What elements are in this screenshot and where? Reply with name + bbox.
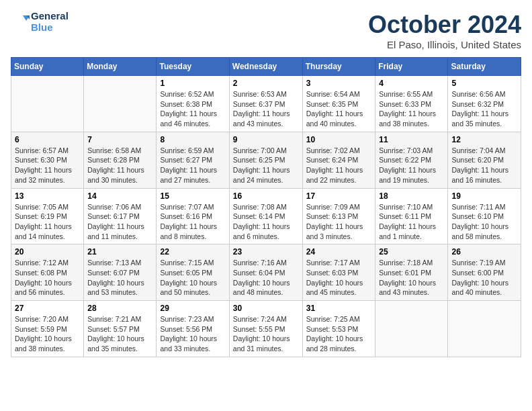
weekday-header-row: SundayMondayTuesdayWednesdayThursdayFrid… [11,58,521,76]
day-number: 3 [306,79,372,88]
day-info: Sunrise: 6:52 AM Sunset: 6:38 PM Dayligh… [160,89,225,129]
day-number: 2 [233,79,299,88]
day-number: 20 [15,247,80,257]
day-info: Sunrise: 7:05 AM Sunset: 6:19 PM Dayligh… [15,202,80,242]
day-number: 14 [87,191,152,201]
calendar-cell: 14Sunrise: 7:06 AM Sunset: 6:17 PM Dayli… [84,188,157,244]
day-number: 17 [306,191,372,201]
day-info: Sunrise: 7:25 AM Sunset: 5:53 PM Dayligh… [306,314,372,354]
page-header: General Blue October 2024 El Paso, Illin… [11,11,521,50]
day-number: 11 [379,135,444,144]
weekday-header-cell: Tuesday [157,58,229,76]
day-number: 4 [379,79,444,88]
calendar-cell: 3Sunrise: 6:54 AM Sunset: 6:35 PM Daylig… [302,76,375,132]
day-info: Sunrise: 7:08 AM Sunset: 6:14 PM Dayligh… [233,202,299,242]
calendar-cell: 19Sunrise: 7:11 AM Sunset: 6:10 PM Dayli… [448,188,521,244]
day-info: Sunrise: 7:15 AM Sunset: 6:05 PM Dayligh… [160,258,225,298]
logo-text-general: General [31,11,69,22]
day-number: 5 [451,79,517,88]
day-number: 7 [87,135,152,144]
day-info: Sunrise: 6:58 AM Sunset: 6:28 PM Dayligh… [87,146,152,185]
day-number: 8 [160,135,225,144]
day-number: 19 [451,191,517,201]
day-info: Sunrise: 7:19 AM Sunset: 6:00 PM Dayligh… [451,258,517,298]
day-info: Sunrise: 7:17 AM Sunset: 6:03 PM Dayligh… [306,258,372,298]
calendar-cell: 29Sunrise: 7:23 AM Sunset: 5:56 PM Dayli… [157,301,229,357]
day-info: Sunrise: 7:07 AM Sunset: 6:16 PM Dayligh… [160,202,225,242]
weekday-header-cell: Monday [84,58,157,76]
calendar-cell: 9Sunrise: 7:00 AM Sunset: 6:25 PM Daylig… [229,132,302,188]
calendar-cell: 16Sunrise: 7:08 AM Sunset: 6:14 PM Dayli… [229,188,302,244]
calendar-cell: 8Sunrise: 6:59 AM Sunset: 6:27 PM Daylig… [157,132,229,188]
day-number: 10 [306,135,372,144]
day-info: Sunrise: 7:18 AM Sunset: 6:01 PM Dayligh… [379,258,444,298]
calendar-cell [448,301,521,357]
calendar-cell: 17Sunrise: 7:09 AM Sunset: 6:13 PM Dayli… [302,188,375,244]
day-number: 30 [233,304,299,313]
calendar-cell: 5Sunrise: 6:56 AM Sunset: 6:32 PM Daylig… [448,76,521,132]
calendar-cell: 26Sunrise: 7:19 AM Sunset: 6:00 PM Dayli… [448,244,521,301]
day-info: Sunrise: 7:11 AM Sunset: 6:10 PM Dayligh… [451,202,517,242]
calendar-cell: 31Sunrise: 7:25 AM Sunset: 5:53 PM Dayli… [302,301,375,357]
calendar-week-row: 20Sunrise: 7:12 AM Sunset: 6:08 PM Dayli… [11,244,521,301]
calendar-cell [84,76,157,132]
calendar-week-row: 27Sunrise: 7:20 AM Sunset: 5:59 PM Dayli… [11,301,521,357]
day-info: Sunrise: 7:10 AM Sunset: 6:11 PM Dayligh… [379,202,444,242]
calendar-cell: 7Sunrise: 6:58 AM Sunset: 6:28 PM Daylig… [84,132,157,188]
day-number: 23 [233,247,299,257]
calendar-cell: 24Sunrise: 7:17 AM Sunset: 6:03 PM Dayli… [302,244,375,301]
logo-text-blue: Blue [31,22,69,34]
location: El Paso, Illinois, United States [368,39,521,50]
calendar-cell: 22Sunrise: 7:15 AM Sunset: 6:05 PM Dayli… [157,244,229,301]
day-info: Sunrise: 7:02 AM Sunset: 6:24 PM Dayligh… [306,146,372,185]
calendar-cell: 28Sunrise: 7:21 AM Sunset: 5:57 PM Dayli… [84,301,157,357]
calendar-cell: 15Sunrise: 7:07 AM Sunset: 6:16 PM Dayli… [157,188,229,244]
day-number: 26 [451,247,517,257]
calendar-cell: 25Sunrise: 7:18 AM Sunset: 6:01 PM Dayli… [375,244,448,301]
day-info: Sunrise: 7:13 AM Sunset: 6:07 PM Dayligh… [87,258,152,298]
day-info: Sunrise: 7:23 AM Sunset: 5:56 PM Dayligh… [160,314,225,354]
day-number: 24 [306,247,372,257]
calendar-cell: 27Sunrise: 7:20 AM Sunset: 5:59 PM Dayli… [11,301,84,357]
calendar-cell [11,76,84,132]
calendar-cell [375,301,448,357]
calendar-cell: 6Sunrise: 6:57 AM Sunset: 6:30 PM Daylig… [11,132,84,188]
day-number: 22 [160,247,225,257]
day-number: 29 [160,304,225,313]
calendar-cell: 1Sunrise: 6:52 AM Sunset: 6:38 PM Daylig… [157,76,229,132]
calendar-cell: 2Sunrise: 6:53 AM Sunset: 6:37 PM Daylig… [229,76,302,132]
day-number: 28 [87,304,152,313]
day-info: Sunrise: 6:55 AM Sunset: 6:33 PM Dayligh… [379,89,444,129]
calendar-cell: 23Sunrise: 7:16 AM Sunset: 6:04 PM Dayli… [229,244,302,301]
day-info: Sunrise: 7:06 AM Sunset: 6:17 PM Dayligh… [87,202,152,242]
calendar-cell: 11Sunrise: 7:03 AM Sunset: 6:22 PM Dayli… [375,132,448,188]
calendar-cell: 21Sunrise: 7:13 AM Sunset: 6:07 PM Dayli… [84,244,157,301]
logo-bird-icon [11,13,30,32]
calendar-week-row: 6Sunrise: 6:57 AM Sunset: 6:30 PM Daylig… [11,132,521,188]
day-info: Sunrise: 7:03 AM Sunset: 6:22 PM Dayligh… [379,146,444,185]
day-info: Sunrise: 6:53 AM Sunset: 6:37 PM Dayligh… [233,89,299,129]
weekday-header-cell: Friday [375,58,448,76]
day-number: 25 [379,247,444,257]
weekday-header-cell: Saturday [448,58,521,76]
day-number: 15 [160,191,225,201]
calendar-cell: 18Sunrise: 7:10 AM Sunset: 6:11 PM Dayli… [375,188,448,244]
calendar-table: SundayMondayTuesdayWednesdayThursdayFrid… [11,57,521,357]
day-info: Sunrise: 7:12 AM Sunset: 6:08 PM Dayligh… [15,258,80,298]
day-info: Sunrise: 6:56 AM Sunset: 6:32 PM Dayligh… [451,89,517,129]
day-info: Sunrise: 6:57 AM Sunset: 6:30 PM Dayligh… [15,146,80,185]
day-info: Sunrise: 7:00 AM Sunset: 6:25 PM Dayligh… [233,146,299,185]
day-info: Sunrise: 7:20 AM Sunset: 5:59 PM Dayligh… [15,314,80,354]
day-number: 6 [15,135,80,144]
day-info: Sunrise: 6:59 AM Sunset: 6:27 PM Dayligh… [160,146,225,185]
day-number: 31 [306,304,372,313]
day-number: 13 [15,191,80,201]
day-info: Sunrise: 7:09 AM Sunset: 6:13 PM Dayligh… [306,202,372,242]
calendar-cell: 30Sunrise: 7:24 AM Sunset: 5:55 PM Dayli… [229,301,302,357]
day-number: 9 [233,135,299,144]
calendar-cell: 20Sunrise: 7:12 AM Sunset: 6:08 PM Dayli… [11,244,84,301]
calendar-week-row: 1Sunrise: 6:52 AM Sunset: 6:38 PM Daylig… [11,76,521,132]
day-number: 16 [233,191,299,201]
weekday-header-cell: Wednesday [229,58,302,76]
day-info: Sunrise: 6:54 AM Sunset: 6:35 PM Dayligh… [306,89,372,129]
